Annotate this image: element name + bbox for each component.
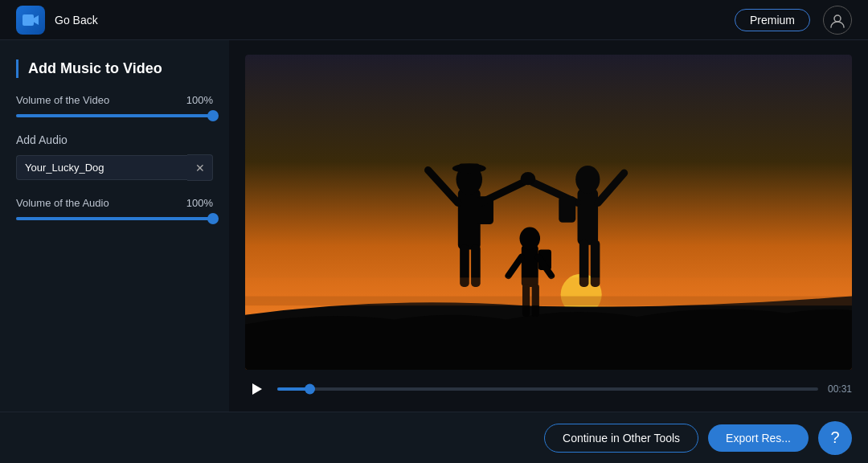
app-logo-icon <box>16 6 45 35</box>
volume-video-thumb[interactable] <box>207 110 219 121</box>
volume-video-value: 100% <box>186 94 213 106</box>
user-avatar-icon[interactable] <box>823 6 852 35</box>
svg-rect-0 <box>23 14 34 26</box>
volume-audio-thumb[interactable] <box>207 213 219 224</box>
volume-video-label-row: Volume of the Video 100% <box>16 94 213 106</box>
svg-rect-30 <box>245 277 852 305</box>
volume-audio-section: Volume of the Audio 100% <box>16 197 213 220</box>
continue-other-tools-button[interactable]: Continue in Other Tools <box>544 424 698 453</box>
go-back-link[interactable]: Go Back <box>55 14 98 27</box>
audio-filename-input[interactable] <box>16 155 187 180</box>
progress-bar[interactable] <box>277 387 818 391</box>
volume-audio-slider[interactable] <box>16 217 213 220</box>
export-button[interactable]: Export Res... <box>708 424 809 452</box>
svg-rect-15 <box>578 189 599 245</box>
add-audio-section: Add Audio ✕ <box>16 133 213 181</box>
svg-point-16 <box>575 166 600 194</box>
svg-rect-19 <box>559 196 575 223</box>
svg-marker-31 <box>252 383 262 395</box>
time-total: 00:31 <box>828 383 852 395</box>
footer: Continue in Other Tools Export Res... ? <box>0 412 868 463</box>
header: Go Back Premium <box>0 0 868 40</box>
svg-rect-9 <box>458 164 481 174</box>
progress-thumb[interactable] <box>305 384 315 395</box>
volume-video-slider[interactable] <box>16 114 213 117</box>
help-button[interactable]: ? <box>818 421 852 455</box>
add-audio-label: Add Audio <box>16 133 213 146</box>
svg-point-24 <box>519 227 540 250</box>
svg-point-22 <box>521 172 536 185</box>
premium-button[interactable]: Premium <box>735 9 810 31</box>
help-icon: ? <box>830 428 839 447</box>
player-controls: 00:31 <box>245 370 852 412</box>
play-button[interactable] <box>245 378 268 400</box>
volume-video-label: Volume of the Video <box>16 94 109 106</box>
header-right: Premium <box>735 6 852 35</box>
volume-audio-label: Volume of the Audio <box>16 197 109 209</box>
volume-audio-value: 100% <box>186 197 213 209</box>
svg-point-1 <box>834 15 841 22</box>
sidebar-title: Add Music to Video <box>16 59 213 78</box>
volume-audio-label-row: Volume of the Audio 100% <box>16 197 213 209</box>
video-area: 00:31 <box>229 40 868 412</box>
audio-clear-button[interactable]: ✕ <box>187 154 213 181</box>
volume-audio-fill <box>16 217 213 220</box>
volume-video-fill <box>16 114 213 117</box>
header-left: Go Back <box>16 6 98 35</box>
main-content: Add Music to Video Volume of the Video 1… <box>0 40 868 412</box>
video-preview <box>245 55 852 370</box>
sidebar: Add Music to Video Volume of the Video 1… <box>0 40 229 412</box>
audio-input-row: ✕ <box>16 154 213 181</box>
volume-video-section: Volume of the Video 100% <box>16 94 213 117</box>
